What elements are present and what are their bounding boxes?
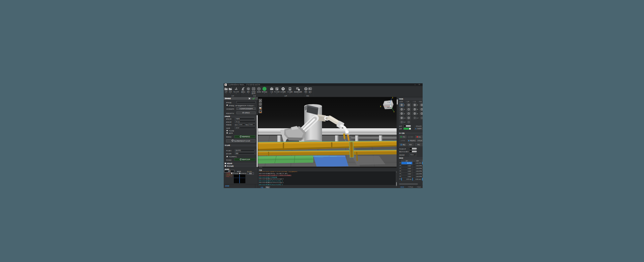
svg-text:Y: Y xyxy=(393,111,394,113)
svg-text:X: X xyxy=(380,106,381,107)
svg-text:Z: Z xyxy=(392,97,393,99)
svg-text:UP/A: UP/A xyxy=(387,102,390,103)
